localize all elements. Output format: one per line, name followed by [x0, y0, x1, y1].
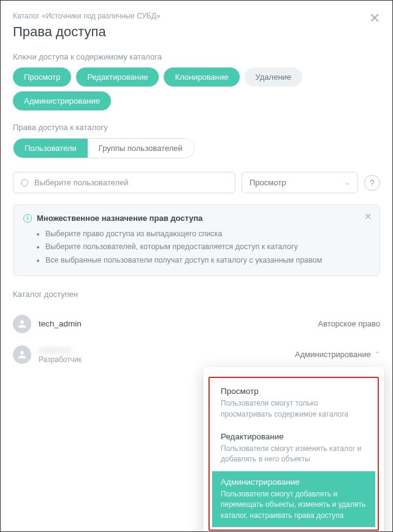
breadcrumb: Каталог «Источники под различные СУБД»: [13, 12, 380, 20]
info-bullet: Выберите право доступа из выпадающего сп…: [45, 228, 370, 241]
keys-section-label: Ключи доступа к содержимому каталога: [13, 52, 380, 61]
tab-groups[interactable]: Группы пользователей: [88, 139, 194, 158]
dropdown-item-desc: Пользователи смогут добавлять и перемеща…: [221, 489, 367, 521]
dropdown-item-admin[interactable]: Администрирование Пользователи смогут до…: [212, 471, 375, 527]
chevron-down-icon: ⌄: [345, 179, 350, 187]
user-row: redacted Разработчик Администрирование ⌃…: [13, 339, 380, 370]
dropdown-item-desc: Пользователи смогут только просматривать…: [221, 398, 367, 420]
user-name: redacted: [39, 345, 295, 355]
permission-dropdown-menu: Просмотр Пользователи смогут только прос…: [204, 367, 384, 532]
info-bullet: Все выбранные пользователи получат досту…: [45, 254, 370, 267]
pill-edit[interactable]: Редактирование: [76, 67, 159, 87]
dropdown-item-title: Администрирование: [221, 477, 367, 487]
dropdown-item-view[interactable]: Просмотр Пользователи смогут только прос…: [212, 380, 375, 426]
dropdown-item-title: Редактирование: [221, 432, 367, 441]
rights-section-label: Права доступа к каталогу: [13, 123, 380, 132]
user-select-input[interactable]: Выберите пользователей: [13, 172, 235, 193]
pill-admin[interactable]: Администрирование: [13, 91, 111, 110]
dropdown-item-title: Просмотр: [221, 387, 367, 396]
pill-view[interactable]: Просмотр: [13, 67, 71, 87]
dropdown-item-edit[interactable]: Редактирование Пользователи смогут измен…: [212, 426, 375, 471]
user-row: tech_admin Авторское право: [13, 309, 380, 339]
pill-clone[interactable]: Клонирование: [164, 67, 239, 87]
chevron-up-icon: ⌃: [375, 350, 380, 358]
pill-delete[interactable]: Удаление: [245, 67, 303, 87]
avatar-icon: [13, 345, 31, 364]
user-permission-label: Авторское право: [318, 319, 380, 328]
help-icon[interactable]: ?: [364, 175, 380, 191]
circle-icon: [21, 179, 28, 187]
info-close-icon[interactable]: ✕: [364, 211, 372, 222]
dropdown-item-desc: Пользователи смогут изменять каталог и д…: [221, 444, 367, 465]
available-label: Каталог доступен: [13, 290, 380, 299]
user-select-placeholder: Выберите пользователей: [34, 178, 128, 187]
key-pills: Просмотр Редактирование Клонирование Уда…: [13, 67, 380, 110]
scope-tabs: Пользователи Группы пользователей: [13, 138, 194, 158]
avatar-icon: [13, 315, 31, 333]
tab-users[interactable]: Пользователи: [13, 139, 88, 158]
info-title: Множественное назначение прав доступа: [37, 214, 203, 223]
close-icon[interactable]: ✕: [369, 10, 380, 26]
info-icon: i: [23, 214, 32, 223]
user-permission-dropdown[interactable]: Администрирование ⌃ Просмотр Пользовател…: [295, 350, 380, 359]
user-subtitle: Разработчик: [39, 355, 295, 364]
user-permission-value: Администрирование: [295, 350, 371, 359]
info-bullet: Выберите пользователей, которым предоста…: [45, 241, 370, 253]
info-box: ✕ i Множественное назначение прав доступ…: [13, 204, 380, 276]
page-title: Права доступа: [13, 24, 380, 40]
permission-select[interactable]: Просмотр ⌄: [242, 172, 358, 193]
permission-select-value: Просмотр: [250, 178, 286, 187]
user-name: tech_admin: [39, 319, 318, 328]
